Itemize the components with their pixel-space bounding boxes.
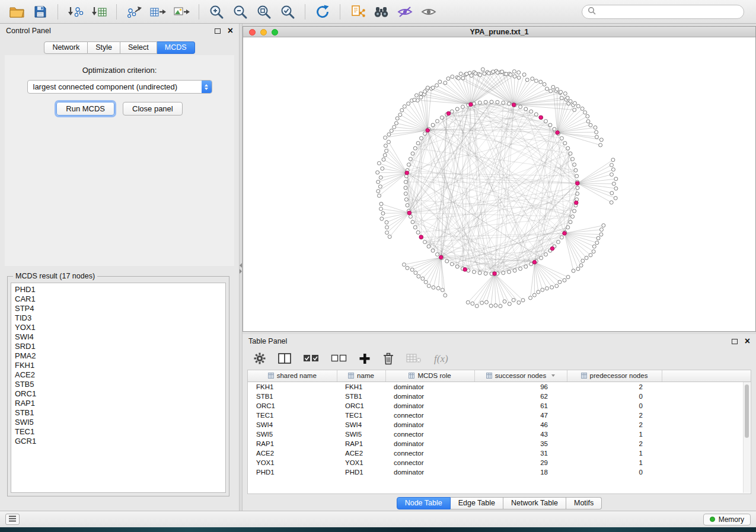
mcds-result-item[interactable]: FKH1	[11, 361, 225, 370]
export-image-button[interactable]	[171, 2, 192, 21]
zoom-out-button[interactable]	[229, 2, 251, 21]
mcds-result-item[interactable]: YOX1	[11, 323, 225, 332]
column-header-shared-name[interactable]: shared name	[248, 370, 337, 382]
column-type-icon	[486, 373, 492, 379]
tab-select[interactable]: Select	[120, 41, 157, 54]
mcds-result-item[interactable]: STB5	[11, 380, 225, 389]
optimization-label: Optimization criterion:	[5, 55, 234, 75]
table-row[interactable]: FKH1FKH1dominator962	[248, 382, 751, 392]
table-row[interactable]: TEC1TEC1connector472	[248, 411, 751, 420]
mcds-result-item[interactable]: TID3	[11, 313, 225, 323]
column-header-MCDS-role[interactable]: MCDS role	[385, 370, 474, 382]
table-row[interactable]: SWI4SWI4dominator462	[248, 420, 751, 430]
tab-node-table[interactable]: Node Table	[397, 497, 451, 509]
mcds-tab-content: Optimization criterion: largest connecte…	[5, 55, 234, 266]
table-row[interactable]: RAP1RAP1dominator352	[248, 439, 751, 448]
zoom-fit-button[interactable]	[253, 2, 275, 21]
deselect-all-icon	[331, 352, 347, 366]
close-panel-button[interactable]: Close panel	[123, 102, 183, 116]
export-table-button[interactable]	[147, 2, 168, 21]
clone-network-button[interactable]	[347, 2, 368, 21]
run-mcds-button[interactable]: Run MCDS	[56, 102, 114, 116]
control-panel: Control Panel × NetworkStyleSelectMCDS O…	[0, 24, 239, 511]
float-panel-icon[interactable]	[215, 28, 221, 34]
tab-motifs[interactable]: Motifs	[566, 497, 602, 509]
mcds-result-item[interactable]: ORC1	[11, 389, 225, 399]
show-columns-button[interactable]	[278, 352, 291, 366]
table-scrollbar-thumb[interactable]	[745, 384, 749, 438]
column-type-icon	[348, 373, 354, 379]
table-row[interactable]: PHD1PHD1dominator180	[248, 467, 751, 477]
mcds-result-item[interactable]: SWI5	[11, 418, 225, 427]
export-image-icon	[173, 5, 190, 19]
zoom-in-button[interactable]	[206, 2, 227, 21]
window-close-icon[interactable]	[249, 29, 256, 36]
window-zoom-icon[interactable]	[272, 29, 278, 36]
control-panel-tabs: NetworkStyleSelectMCDS	[0, 41, 239, 54]
zoom-selected-button[interactable]	[277, 2, 298, 21]
tab-edge-table[interactable]: Edge Table	[451, 497, 503, 509]
columns-icon	[278, 352, 291, 366]
select-stepper-icon	[202, 81, 212, 93]
select-all-button[interactable]	[303, 352, 319, 366]
memory-button[interactable]: Memory	[703, 514, 751, 525]
tab-network-table[interactable]: Network Table	[503, 497, 566, 509]
mcds-result-item[interactable]: PHD1	[11, 285, 225, 294]
collapse-left-icon[interactable]	[240, 263, 242, 268]
deselect-all-button[interactable]	[331, 352, 347, 366]
window-minimize-icon[interactable]	[260, 29, 267, 36]
table-row[interactable]: YOX1YOX1connector291	[248, 458, 751, 467]
main-area: Control Panel × NetworkStyleSelectMCDS O…	[0, 24, 756, 511]
close-panel-icon[interactable]: ×	[745, 337, 750, 345]
mcds-result-item[interactable]: SWI4	[11, 332, 225, 342]
mcds-result-item[interactable]: STP4	[11, 304, 225, 313]
mcds-buttons: Run MCDS Close panel	[5, 102, 234, 116]
export-network-button[interactable]	[123, 2, 145, 21]
table-row[interactable]: SWI5SWI5connector431	[248, 430, 751, 439]
tab-network[interactable]: Network	[44, 41, 88, 54]
function-builder-button: f(x)	[434, 353, 448, 365]
tab-style[interactable]: Style	[88, 41, 120, 54]
toolbar-separator	[305, 4, 305, 20]
collapse-right-icon[interactable]	[240, 269, 242, 274]
save-button[interactable]	[30, 2, 51, 21]
refresh-button[interactable]	[312, 2, 333, 21]
mcds-result-item[interactable]: ACE2	[11, 370, 225, 380]
tab-mcds[interactable]: MCDS	[157, 41, 195, 54]
mcds-result-item[interactable]: RAP1	[11, 399, 225, 408]
import-network-button[interactable]	[65, 2, 86, 21]
mcds-result-item[interactable]: STB1	[11, 408, 225, 418]
float-panel-icon[interactable]	[732, 339, 738, 344]
search-input[interactable]	[599, 8, 738, 16]
table-row[interactable]: ORC1ORC1dominator610	[248, 401, 751, 411]
table-row[interactable]: ACE2ACE2connector311	[248, 448, 751, 458]
table-row[interactable]: STB1STB1dominator620	[248, 392, 751, 401]
plus-icon	[359, 352, 371, 366]
optimization-select[interactable]: largest connected component (undirected)	[27, 80, 212, 94]
sort-chevron-icon[interactable]	[551, 374, 555, 377]
mcds-result-item[interactable]: SRD1	[11, 342, 225, 351]
table-settings-button[interactable]	[253, 352, 266, 367]
show-all-button[interactable]	[418, 2, 439, 21]
add-row-button[interactable]	[359, 352, 371, 366]
mcds-result-item[interactable]: CAR1	[11, 294, 225, 304]
find-button[interactable]	[371, 2, 392, 21]
vertical-splitter[interactable]	[239, 24, 243, 511]
import-table-button[interactable]	[88, 2, 110, 21]
status-menu-button[interactable]	[5, 514, 20, 525]
mcds-result-item[interactable]: TEC1	[11, 427, 225, 437]
mcds-result-item[interactable]: PMA2	[11, 351, 225, 361]
mcds-result-item[interactable]: GCR1	[11, 437, 225, 446]
column-header-successor-nodes[interactable]: successor nodes	[474, 370, 567, 382]
close-panel-icon[interactable]: ×	[228, 27, 233, 35]
network-canvas[interactable]	[243, 37, 755, 331]
column-header-predecessor-nodes[interactable]: predecessor nodes	[567, 370, 662, 382]
search-box[interactable]	[582, 5, 744, 19]
column-header-name[interactable]: name	[337, 370, 385, 382]
table-disabled-button	[406, 352, 422, 366]
open-button[interactable]	[6, 2, 27, 21]
table-scrollbar-track[interactable]	[743, 382, 750, 493]
delete-row-button[interactable]	[382, 352, 394, 367]
hide-selected-button[interactable]	[394, 2, 416, 21]
select-all-icon	[303, 352, 319, 366]
